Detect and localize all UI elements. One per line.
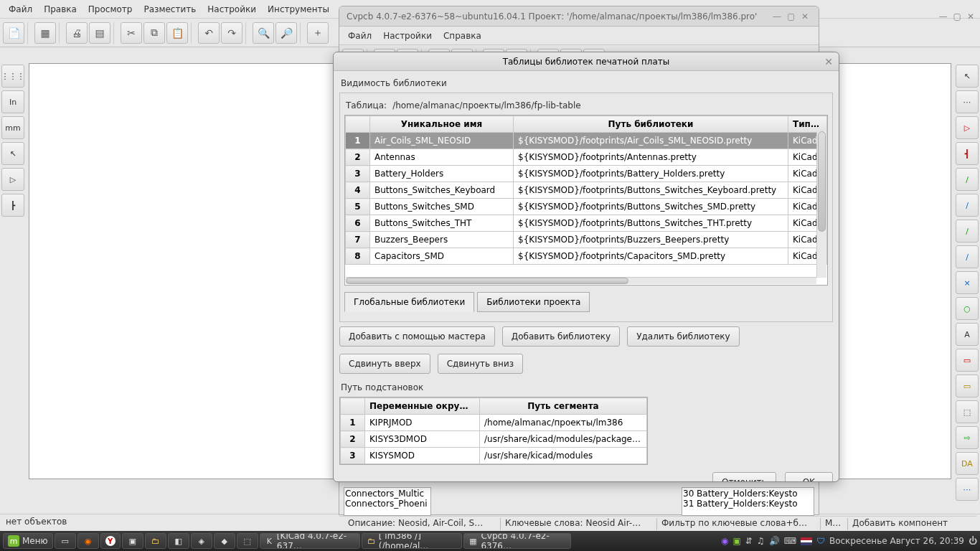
taskbar-files[interactable]: 🗀 <box>145 533 166 549</box>
menu-file[interactable]: Файл <box>4 2 37 17</box>
tb-zoomin-icon[interactable]: ＋ <box>307 22 329 44</box>
taskbar-task-kicad[interactable]: K[KiCad 4.0.7-e2-637… <box>260 533 360 549</box>
cell-path[interactable]: ${KISYSMOD}/footprints/Buttons_Switches_… <box>514 182 788 199</box>
cell-name[interactable]: Air_Coils_SML_NEOSID <box>370 133 514 149</box>
table-row[interactable]: 8 Capacitors_SMD ${KISYSMOD}/footprints/… <box>346 248 827 265</box>
table-row[interactable]: 4 Buttons_Switches_Keyboard ${KISYSMOD}/… <box>346 182 827 199</box>
cell-path[interactable]: ${KISYSMOD}/footprints/Antennas.pretty <box>514 149 788 166</box>
close-icon[interactable]: ✕ <box>967 11 974 22</box>
table-row[interactable]: 6 Buttons_Switches_THT ${KISYSMOD}/footp… <box>346 215 827 232</box>
lt-mm-icon[interactable]: mm <box>1 116 24 139</box>
taskbar-app2[interactable]: ◈ <box>191 533 212 549</box>
cell-path[interactable]: ${KISYSMOD}/footprints/Air_Coils_SML_NEO… <box>514 133 788 149</box>
tray-network-icon[interactable]: ⇵ <box>745 536 753 546</box>
substitutions-table[interactable]: Переменные окружения Путь сегмента 1 KIP… <box>339 397 648 465</box>
table-row[interactable]: 2 KISYS3DMOD /usr/share/kicad/modules/pa… <box>341 431 647 448</box>
table-row[interactable]: 1 KIPRJMOD /home/almanac/проекты/lm386 <box>341 415 647 431</box>
rt-bus-icon[interactable]: / <box>956 194 979 217</box>
ok-button[interactable]: OK <box>785 472 833 481</box>
cell-name[interactable]: Antennas <box>370 149 514 166</box>
tb-redo-icon[interactable]: ↷ <box>221 22 242 44</box>
rt-wire-icon[interactable]: / <box>956 168 979 191</box>
taskbar-app3[interactable]: ◆ <box>214 533 235 549</box>
rt-entry2-icon[interactable]: / <box>956 245 979 268</box>
rt-power-icon[interactable]: ┫ <box>956 142 979 165</box>
menu-help[interactable]: Справка <box>439 29 486 43</box>
tb-zoom-icon[interactable]: 🔎 <box>275 22 297 44</box>
move-up-button[interactable]: Сдвинуть вверх <box>339 354 430 374</box>
menu-settings[interactable]: Настройки <box>379 29 436 43</box>
rt-entry1-icon[interactable]: / <box>956 220 979 242</box>
tray-nvidia-icon[interactable]: ▣ <box>732 536 740 546</box>
tb-paste-icon[interactable]: 📋 <box>166 22 188 44</box>
cell-name[interactable]: Capacitors_SMD <box>370 248 514 265</box>
rt-import-icon[interactable]: ⇨ <box>956 426 979 449</box>
lt-cursor-icon[interactable]: ↖ <box>1 142 24 165</box>
taskbar-app1[interactable]: ◧ <box>168 533 189 549</box>
table-row[interactable]: 3 KISYSMOD /usr/share/kicad/modules <box>341 448 647 464</box>
menu-file[interactable]: Файл <box>344 29 376 43</box>
tray-music-icon[interactable]: ♫ <box>757 536 765 546</box>
cell-path[interactable]: ${KISYSMOD}/footprints/Battery_Holders.p… <box>514 166 788 182</box>
vertical-scrollbar[interactable] <box>816 131 826 278</box>
rt-da-icon[interactable]: DA <box>956 452 979 475</box>
cell-name[interactable]: Buttons_Switches_SMD <box>370 199 514 215</box>
tray-volume-icon[interactable]: 🔊 <box>769 536 780 546</box>
cell-name[interactable]: Battery_Holders <box>370 166 514 182</box>
move-down-button[interactable]: Сдвинуть вниз <box>438 354 523 374</box>
tray-clock[interactable]: Воскресенье Август 26, 20:39 <box>829 536 964 546</box>
taskbar-firefox[interactable]: ◉ <box>77 533 99 549</box>
start-menu-button[interactable]: m Меню <box>3 533 53 549</box>
cvpcb-library-list[interactable]: Connectors_Multic Connectors_Phoeni <box>344 487 431 516</box>
add-wizard-button[interactable]: Добавить с помощью мастера <box>339 326 495 347</box>
cancel-button[interactable]: Отменить <box>712 472 776 481</box>
cell-path[interactable]: ${KISYSMOD}/footprints/Capacitors_SMD.pr… <box>514 248 788 265</box>
cell-seg[interactable]: /home/almanac/проекты/lm386 <box>480 415 647 431</box>
rt-label-icon[interactable]: A <box>956 323 979 346</box>
tray-shield-icon[interactable]: 🛡 <box>816 536 825 546</box>
table-row[interactable]: 5 Buttons_Switches_SMD ${KISYSMOD}/footp… <box>346 199 827 215</box>
tray-flag-icon[interactable] <box>801 537 812 545</box>
tb-sheet-icon[interactable]: ▦ <box>34 22 56 44</box>
cell-path[interactable]: ${KISYSMOD}/footprints/Buttons_Switches_… <box>514 199 788 215</box>
header-type[interactable]: Тип пл <box>788 116 827 133</box>
cvpcb-titlebar[interactable]: Cvpcb 4.0.7-e2-6376~58~ubuntu16.04.1 Про… <box>339 6 819 27</box>
horizontal-scrollbar[interactable] <box>346 277 816 284</box>
taskbar-app4[interactable]: ⬚ <box>237 533 258 549</box>
rt-hlabel-icon[interactable]: ▭ <box>956 375 979 397</box>
tray-keyboard-icon[interactable]: ⌨ <box>784 536 796 546</box>
maximize-icon[interactable]: ▢ <box>787 11 797 22</box>
minimize-icon[interactable]: — <box>939 11 948 22</box>
maximize-icon[interactable]: ▢ <box>953 11 961 22</box>
taskbar-show-desktop[interactable]: ▭ <box>55 533 76 549</box>
menu-view[interactable]: Просмотр <box>84 2 137 17</box>
lt-inches-icon[interactable]: In <box>1 90 24 113</box>
taskbar-yandex[interactable]: Y <box>100 533 121 549</box>
tb-find-icon[interactable]: 🔍 <box>253 22 274 44</box>
library-table[interactable]: Уникальное имя Путь библиотеки Тип пл 1 … <box>344 115 828 286</box>
tb-copy-icon[interactable]: ⧉ <box>143 22 165 44</box>
rt-highlight-icon[interactable]: ⋯ <box>956 90 979 113</box>
header-segment[interactable]: Путь сегмента <box>480 398 647 415</box>
dialog-titlebar[interactable]: Таблицы библиотек печатной платы ✕ <box>334 52 839 71</box>
tb-undo-icon[interactable]: ↶ <box>198 22 220 44</box>
add-library-button[interactable]: Добавить библиотеку <box>502 326 620 347</box>
table-row[interactable]: 7 Buzzers_Beepers ${KISYSMOD}/footprints… <box>346 232 827 248</box>
close-icon[interactable]: ✕ <box>801 11 811 22</box>
lt-grid-icon[interactable]: ⋮⋮⋮ <box>1 65 24 88</box>
table-row[interactable]: 2 Antennas ${KISYSMOD}/footprints/Antenn… <box>346 149 827 166</box>
rt-junction-icon[interactable]: ○ <box>956 297 979 320</box>
cell-env[interactable]: KISYSMOD <box>365 448 480 464</box>
cell-env[interactable]: KIPRJMOD <box>365 415 480 431</box>
cell-env[interactable]: KISYS3DMOD <box>365 431 480 448</box>
header-name[interactable]: Уникальное имя <box>370 116 514 133</box>
remove-library-button[interactable]: Удалить библиотеку <box>627 326 739 347</box>
menu-settings[interactable]: Настройки <box>203 2 260 17</box>
header-envvar[interactable]: Переменные окружения <box>365 398 480 415</box>
cvpcb-footprint-list[interactable]: 30 Battery_Holders:Keysto 31 Battery_Hol… <box>682 487 814 516</box>
rt-amp-icon[interactable]: ▷ <box>956 116 979 139</box>
table-row[interactable]: 1 Air_Coils_SML_NEOSID ${KISYSMOD}/footp… <box>346 133 827 149</box>
menu-edit[interactable]: Правка <box>39 2 81 17</box>
tab-global-libs[interactable]: Глобальные библиотеки <box>344 292 474 312</box>
tb-cut-icon[interactable]: ✂ <box>121 22 142 44</box>
